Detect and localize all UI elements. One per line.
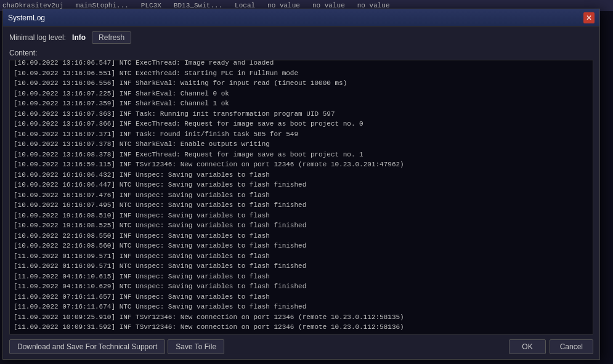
bottom-left-buttons: Download and Save For Technical Support …: [9, 339, 224, 354]
log-line: [10.09.2022 19:16:08.510] INF Unspec: Sa…: [12, 211, 590, 221]
log-line: [11.09.2022 10:09:25.910] INF TSvr12346:…: [12, 312, 590, 323]
log-line: [10.09.2022 13:16:07.359] INF SharkEval:…: [12, 99, 590, 109]
log-line: [10.09.2022 16:16:06.432] INF Unspec: Sa…: [12, 170, 590, 180]
dialog-close-button[interactable]: ✕: [583, 12, 595, 23]
bottom-right-buttons: OK Cancel: [509, 339, 593, 354]
log-line: [10.09.2022 19:16:08.525] NTC Unspec: Sa…: [12, 220, 590, 231]
refresh-button[interactable]: Refresh: [92, 31, 131, 44]
dialog-title: SystemLog: [8, 14, 45, 22]
log-line: [10.09.2022 16:16:07.495] NTC Unspec: Sa…: [12, 200, 590, 211]
log-line: [11.09.2022 07:16:11.674] NTC Unspec: Sa…: [12, 302, 590, 312]
ok-button[interactable]: OK: [509, 339, 545, 354]
log-line: [10.09.2022 13:16:59.115] INF TSvr12346:…: [12, 160, 590, 170]
log-line: [10.09.2022 13:16:06.551] NTC ExecThread…: [12, 68, 590, 79]
log-line: [10.09.2022 13:16:07.378] NTC SharkEval:…: [12, 139, 590, 150]
system-log-dialog: SystemLog ✕ Minimal log level: Info Refr…: [2, 9, 600, 360]
log-line: [11.09.2022 01:16:09.571] NTC Unspec: Sa…: [12, 261, 590, 272]
log-line: [10.09.2022 16:16:07.476] INF Unspec: Sa…: [12, 190, 590, 201]
log-area[interactable]: [10.09.2022 13:16:06.517] INF SharkEval:…: [9, 60, 593, 334]
log-line: [10.09.2022 22:16:08.560] NTC Unspec: Sa…: [12, 241, 590, 251]
min-log-label: Minimal log level:: [9, 33, 66, 42]
log-line: [10.09.2022 16:16:06.447] NTC Unspec: Sa…: [12, 180, 590, 190]
toolbar: Minimal log level: Info Refresh: [9, 31, 593, 44]
log-line: [11.09.2022 07:16:11.657] INF Unspec: Sa…: [12, 292, 590, 302]
log-line: [10.09.2022 13:16:07.225] INF SharkEval:…: [12, 89, 590, 99]
cancel-button[interactable]: Cancel: [550, 339, 593, 354]
save-to-file-button[interactable]: Save To File: [168, 339, 224, 354]
log-line: [11.09.2022 04:16:10.615] INF Unspec: Sa…: [12, 272, 590, 282]
dialog-content: Minimal log level: Info Refresh Content:…: [3, 26, 599, 359]
content-label: Content:: [9, 49, 593, 57]
log-line: [10.09.2022 13:16:08.378] INF ExecThread…: [12, 150, 590, 160]
log-line: [10.09.2022 13:16:07.363] INF Task: Runn…: [12, 109, 590, 119]
bottom-row: Download and Save For Technical Support …: [9, 339, 593, 354]
log-line: [10.09.2022 22:16:08.550] INF Unspec: Sa…: [12, 231, 590, 241]
log-line: [10.09.2022 13:16:06.547] NTC ExecThread…: [12, 60, 590, 68]
dialog-title-bar: SystemLog ✕: [3, 9, 599, 26]
log-line: [11.09.2022 04:16:10.629] NTC Unspec: Sa…: [12, 281, 590, 292]
log-line: [10.09.2022 13:16:06.556] INF SharkEval:…: [12, 78, 590, 89]
log-line: [10.09.2022 13:16:07.371] INF Task: Foun…: [12, 129, 590, 140]
log-level-value: Info: [72, 33, 86, 42]
log-line: [10.09.2022 13:16:07.366] INF ExecThread…: [12, 119, 590, 129]
log-line: [11.09.2022 01:16:09.571] INF Unspec: Sa…: [12, 251, 590, 262]
download-save-button[interactable]: Download and Save For Technical Support: [9, 339, 165, 354]
log-line: [11.09.2022 10:09:31.592] INF TSvr12346:…: [12, 322, 590, 333]
